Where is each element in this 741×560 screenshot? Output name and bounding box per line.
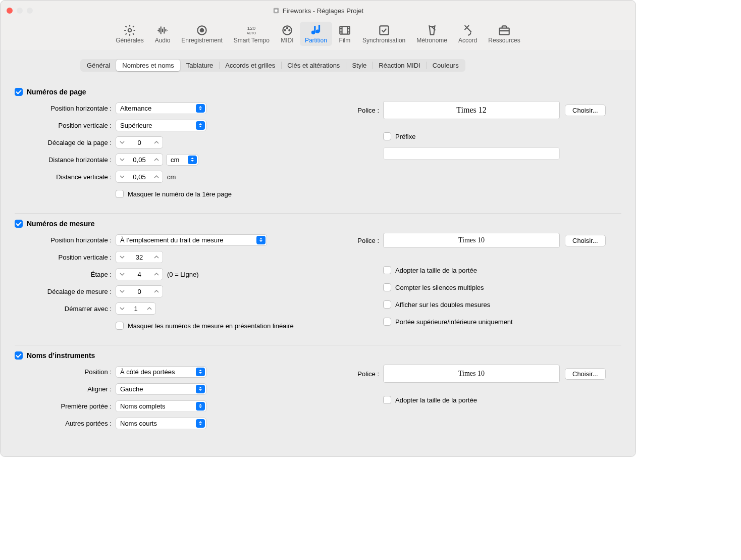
film-icon	[338, 24, 351, 37]
unit-select[interactable]: cm	[166, 154, 198, 166]
prefix-label: Préfixe	[395, 133, 415, 140]
hide-linear-checkbox[interactable]	[116, 322, 124, 330]
subtab-tablature[interactable]: Tablature	[180, 60, 219, 71]
chevron-down-icon[interactable]	[116, 272, 128, 277]
choose-font-button[interactable]: Choisir...	[565, 368, 606, 380]
count-rests-checkbox[interactable]	[383, 283, 391, 291]
window-title-text: Fireworks - Réglages Projet	[283, 7, 363, 15]
bar-numbers-checkbox[interactable]	[15, 220, 23, 228]
adopt-size-checkbox[interactable]	[383, 266, 391, 274]
chevron-up-icon[interactable]	[150, 174, 163, 179]
inst-adopt-size-label: Adopter la taille de la portée	[395, 396, 477, 404]
stepper-value: 0	[128, 288, 150, 295]
show-double-checkbox[interactable]	[383, 300, 391, 309]
page-numbers-checkbox[interactable]	[15, 88, 23, 96]
step-stepper[interactable]: 4	[116, 268, 163, 280]
toolbar-accord[interactable]: Accord	[453, 22, 482, 46]
hpos-label: Position horizontale :	[15, 105, 116, 112]
app-icon	[273, 7, 280, 14]
chevron-up-icon[interactable]	[143, 306, 155, 311]
briefcase-icon	[498, 24, 511, 37]
svg-rect-15	[340, 26, 350, 34]
chevron-updown-icon	[196, 121, 205, 130]
toolbar-metronome[interactable]: Métronome	[411, 22, 452, 46]
section-page-numbers: Numéros de page Position horizontale : A…	[15, 82, 621, 214]
other-staves-select[interactable]: Noms courts	[116, 418, 206, 429]
vdist-stepper[interactable]: 0,05	[116, 171, 163, 183]
adopt-size-label: Adopter la taille de la portée	[395, 267, 477, 274]
top-bottom-checkbox[interactable]	[383, 318, 391, 326]
select-value: Alternance	[120, 105, 151, 112]
font-preview-text: Times 12	[456, 106, 486, 115]
subtab-style[interactable]: Style	[346, 60, 373, 71]
choose-font-button[interactable]: Choisir...	[565, 235, 606, 246]
toolbar-audio[interactable]: Audio	[150, 22, 176, 46]
toolbar-partition[interactable]: Partition	[300, 22, 332, 46]
count-rests-label: Compter les silences multiples	[395, 284, 484, 291]
chevron-up-icon[interactable]	[150, 254, 163, 260]
subtab-general[interactable]: Général	[81, 60, 116, 71]
bar-offset-stepper[interactable]: 0	[116, 285, 163, 297]
subtab-couleurs[interactable]: Couleurs	[427, 60, 465, 71]
chevron-down-icon[interactable]	[116, 140, 128, 145]
bar-vpos-stepper[interactable]: 32	[116, 251, 163, 263]
toolbar-label: MIDI	[281, 37, 293, 44]
toolbar-enregistrement[interactable]: Enregistrement	[176, 22, 227, 46]
section-title: Noms d’instruments	[27, 351, 95, 360]
inst-align-select[interactable]: Gauche	[116, 383, 206, 395]
svg-rect-12	[314, 26, 315, 32]
toolbar-smart-tempo[interactable]: 120AUTO Smart Tempo	[229, 22, 275, 46]
chevron-up-icon[interactable]	[150, 140, 163, 145]
toolbar-label: Smart Tempo	[234, 37, 270, 44]
stepper-value: 1	[128, 305, 143, 313]
toolbar-label: Accord	[458, 37, 477, 44]
chevron-down-icon[interactable]	[116, 306, 128, 311]
toolbar-film[interactable]: Film	[333, 22, 356, 46]
start-with-label: Démarrer avec :	[15, 305, 116, 313]
chevron-up-icon[interactable]	[150, 272, 163, 277]
chevron-down-icon[interactable]	[116, 174, 128, 179]
page-offset-stepper[interactable]: 0	[116, 136, 163, 148]
subtab-accords-grilles[interactable]: Accords et grilles	[219, 60, 281, 71]
toolbar-generales[interactable]: Générales	[111, 22, 148, 46]
choose-font-button[interactable]: Choisir...	[565, 105, 606, 116]
vpos-select[interactable]: Supérieure	[116, 120, 206, 131]
stepper-value: 32	[128, 253, 150, 261]
toolbar-label: Partition	[305, 37, 327, 44]
svg-point-4	[200, 29, 204, 32]
hpos-select[interactable]: Alternance	[116, 103, 206, 114]
toolbar-ressources[interactable]: Ressources	[483, 22, 525, 46]
toolbar-synchronisation[interactable]: Synchronisation	[357, 22, 410, 46]
chevron-updown-icon	[196, 402, 205, 411]
hdist-stepper[interactable]: 0,05	[116, 154, 163, 166]
start-with-stepper[interactable]: 1	[116, 302, 156, 315]
prefix-checkbox[interactable]	[383, 132, 391, 140]
titlebar: Fireworks - Réglages Projet	[1, 1, 636, 21]
chevron-down-icon[interactable]	[116, 254, 128, 260]
chevron-down-icon[interactable]	[116, 157, 128, 162]
toolbar-midi[interactable]: MIDI	[276, 22, 299, 46]
page-offset-label: Décalage de la page :	[15, 139, 116, 146]
bar-hpos-select[interactable]: À l’emplacement du trait de mesure	[116, 234, 267, 246]
chevron-updown-icon	[196, 385, 205, 393]
inst-pos-select[interactable]: À côté des portées	[116, 366, 206, 378]
chevron-up-icon[interactable]	[150, 289, 163, 294]
chevron-updown-icon	[256, 236, 266, 244]
first-staff-label: Première portée :	[15, 402, 116, 410]
prefix-input[interactable]	[383, 147, 560, 160]
subtab-cles-alterations[interactable]: Clés et altérations	[281, 60, 346, 71]
svg-rect-14	[319, 25, 320, 31]
chevron-down-icon[interactable]	[116, 289, 128, 294]
hide-first-page-checkbox[interactable]	[116, 190, 124, 198]
subtab-nombres-noms[interactable]: Nombres et noms	[116, 60, 180, 71]
instrument-names-checkbox[interactable]	[15, 351, 23, 360]
inst-adopt-size-checkbox[interactable]	[383, 396, 391, 404]
first-staff-select[interactable]: Noms complets	[116, 400, 206, 412]
section-title: Numéros de mesure	[27, 220, 95, 228]
top-bottom-label: Portée supérieure/inférieure uniquement	[395, 318, 513, 326]
subtab-reaction-midi[interactable]: Réaction MIDI	[373, 60, 426, 71]
chevron-up-icon[interactable]	[150, 157, 163, 162]
toolbar-label: Générales	[116, 37, 143, 44]
section-instrument-names: Noms d’instruments Position : À côté des…	[15, 345, 621, 442]
bar-hpos-label: Position horizontale :	[15, 236, 116, 244]
